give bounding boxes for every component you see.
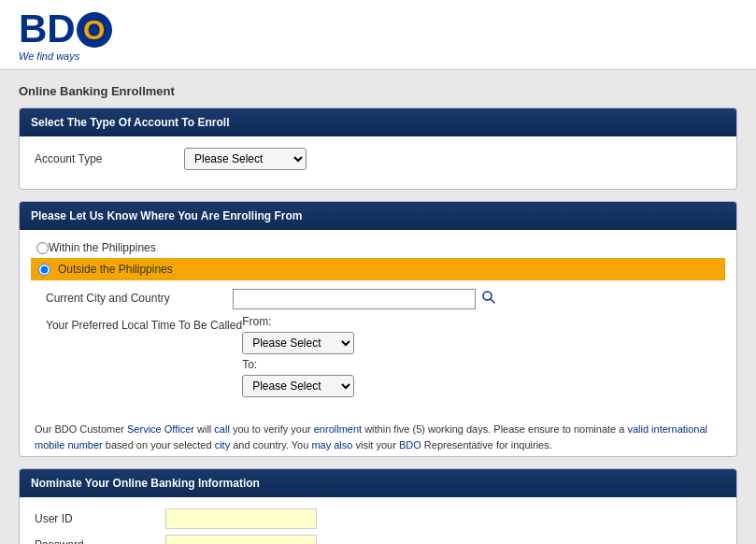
info-highlight2: call	[214, 423, 230, 435]
logo-tagline: We find ways	[19, 50, 113, 62]
outside-radio[interactable]	[38, 264, 50, 276]
info-highlight7: number	[67, 439, 102, 451]
time-selects: From: Please Select 6:00 AM 7:00 AM 8:00…	[242, 315, 721, 397]
section1-header: Select The Type Of Account To Enroll	[20, 108, 736, 136]
account-type-label: Account Type	[35, 152, 184, 165]
logo-d: D	[47, 9, 75, 49]
city-label: Current City and Country	[46, 288, 233, 305]
bdo-logo: B D O	[19, 9, 113, 49]
to-select-row: Please Select 6:00 AM 7:00 AM 8:00 AM 9:…	[242, 375, 721, 397]
search-icon	[481, 290, 496, 305]
account-type-row: Account Type Please Select Savings Accou…	[35, 148, 721, 170]
outside-section-fields: Current City and Country Your Preferred …	[20, 288, 736, 414]
city-country-input[interactable]	[233, 289, 476, 309]
outside-label: Outside the Philippines	[58, 263, 173, 276]
city-search-button[interactable]	[479, 288, 498, 309]
city-search-container	[233, 288, 721, 309]
info-highlight1: Service Officer	[127, 423, 194, 435]
enrolling-from-section: Please Let Us Know Where You Are Enrolli…	[19, 201, 737, 457]
section3-header: Nominate Your Online Banking Information	[20, 469, 736, 497]
account-type-select[interactable]: Please Select Savings Account Checking A…	[184, 148, 307, 170]
radio-section: Within the Philippines Outside the Phili…	[20, 230, 736, 280]
section3-body: User ID Password Confirm New Password Mo…	[20, 497, 736, 544]
time-label: Your Preferred Local Time To Be Called	[46, 315, 242, 332]
section1-body: Account Type Please Select Savings Accou…	[20, 136, 736, 189]
password-row: Password	[35, 535, 721, 544]
page-header: B D O We find ways	[0, 0, 756, 70]
logo-container: B D O We find ways	[19, 9, 113, 62]
info-highlight11: BDO	[399, 439, 421, 451]
info-highlight8: city	[215, 439, 231, 451]
logo-o-wrap: O	[77, 12, 112, 48]
to-time-select[interactable]: Please Select 6:00 AM 7:00 AM 8:00 AM 9:…	[242, 375, 354, 397]
info-highlight10: also	[334, 439, 352, 451]
from-time-select[interactable]: Please Select 6:00 AM 7:00 AM 8:00 AM 9:…	[242, 332, 354, 354]
info-highlight4: valid	[627, 423, 649, 435]
password-label: Password	[35, 538, 165, 544]
within-philippines-row[interactable]: Within the Philippines	[31, 237, 725, 258]
info-highlight3: enrollment	[314, 423, 362, 435]
info-highlight9: may	[311, 439, 331, 451]
main-content: Online Banking Enrollment Select The Typ…	[0, 70, 756, 544]
to-row: To:	[242, 358, 721, 371]
logo-o: O	[83, 16, 105, 44]
from-row: From:	[242, 315, 721, 328]
city-country-row: Current City and Country	[46, 288, 721, 309]
time-row: Your Preferred Local Time To Be Called F…	[46, 315, 721, 397]
within-label: Within the Philippines	[49, 241, 156, 254]
account-type-section: Select The Type Of Account To Enroll Acc…	[19, 107, 737, 190]
outside-philippines-row[interactable]: Outside the Philippines	[31, 258, 725, 280]
to-label: To:	[242, 358, 270, 371]
user-id-row: User ID	[35, 508, 721, 529]
within-radio[interactable]	[36, 242, 49, 254]
nominate-section: Nominate Your Online Banking Information…	[19, 468, 737, 544]
page-title: Online Banking Enrollment	[19, 84, 737, 98]
from-select-row: Please Select 6:00 AM 7:00 AM 8:00 AM 9:…	[242, 332, 721, 354]
user-id-input[interactable]	[165, 508, 317, 529]
user-id-label: User ID	[35, 512, 165, 525]
password-input[interactable]	[165, 535, 317, 544]
svg-line-1	[491, 299, 494, 303]
info-highlight6: mobile	[35, 439, 64, 451]
from-label: From:	[242, 315, 271, 328]
section2-header: Please Let Us Know Where You Are Enrolli…	[20, 202, 736, 230]
section2-info: Our BDO Customer Service Officer will ca…	[20, 414, 736, 456]
logo-b: B	[19, 9, 47, 49]
info-highlight5: international	[651, 423, 707, 435]
